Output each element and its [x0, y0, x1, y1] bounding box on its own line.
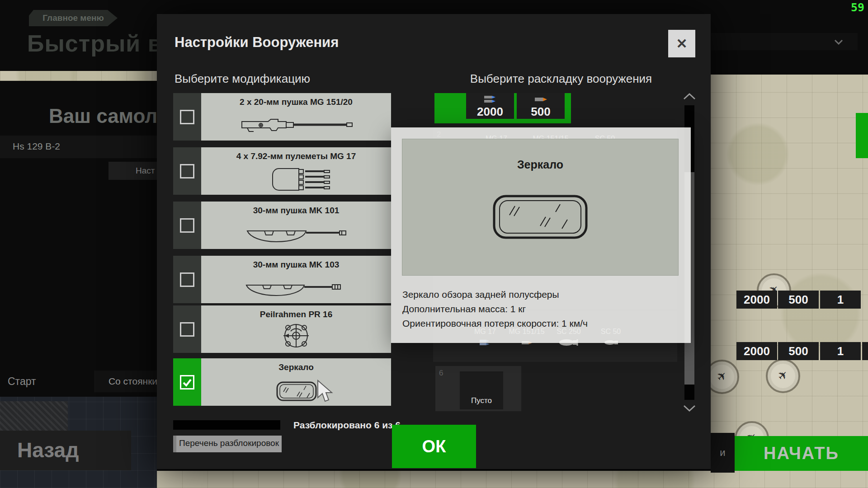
mod-item-body[interactable]: 4 x 7.92-мм пулеметы MG 17	[201, 147, 391, 195]
ammo-count: 500	[778, 342, 819, 360]
settings-button-label: Наст	[136, 166, 155, 176]
cannon-mg151-icon	[228, 114, 364, 138]
mod-item-label: Peilrahmen PR 16	[201, 310, 391, 319]
mg17-quad-icon	[228, 167, 364, 192]
world-map-bottom	[157, 471, 868, 488]
mod-item-label: 30-мм пушка MK 101	[201, 206, 391, 216]
begin-button[interactable]: НАЧАТЬ	[735, 436, 868, 471]
chevron-down-icon	[834, 39, 843, 45]
start-label: Старт	[8, 375, 36, 388]
mod-item-label: 30-мм пушка MK 103	[201, 260, 391, 270]
ammo-count: 500	[778, 291, 819, 309]
breadcrumb[interactable]: Главное меню	[29, 10, 118, 26]
scroll-up-icon[interactable]	[681, 92, 698, 102]
tooltip-description: Зеркало обзора задней полусферы	[402, 289, 559, 300]
ammo-count: 1	[820, 342, 861, 360]
top-right-dropdown[interactable]	[711, 33, 858, 50]
mod-item-mg151-20[interactable]: 2 x 20-мм пушка MG 151/20	[173, 93, 391, 141]
mod-item-mirror[interactable]: Зеркало	[173, 358, 391, 406]
modifications-header: Выберите модификацию	[175, 72, 310, 86]
tooltip-speed-loss: Ориентировочная потеря скорости: 1 км/ч	[402, 318, 588, 329]
checkbox-cell[interactable]	[173, 93, 201, 141]
loadout-cell: 500	[517, 93, 565, 119]
loadout-selected-row[interactable]: 2000 500	[434, 93, 571, 123]
mod-item-body[interactable]: Peilrahmen PR 16	[201, 305, 391, 353]
tooltip-image-panel: Зеркало	[402, 139, 679, 276]
bullet-blue-icon	[483, 95, 497, 103]
ammo-count: 2	[862, 342, 868, 360]
tooltip-mass: Дополнительная масса: 1 кг	[402, 304, 526, 314]
checkbox-cell[interactable]	[173, 305, 201, 353]
ok-button[interactable]: ОК	[392, 425, 476, 468]
screen: Главное меню Быстрый вы Ваш самол Hs 129…	[0, 0, 868, 488]
checkbox-cell[interactable]	[173, 256, 201, 303]
fps-counter: 59	[851, 1, 864, 14]
map-strip-top	[0, 71, 157, 81]
map-green-marker	[856, 113, 868, 158]
cannon-mk101-icon	[228, 225, 364, 246]
checkbox-unchecked[interactable]	[180, 322, 194, 337]
checkbox-checked[interactable]	[180, 375, 194, 389]
close-button[interactable]: ✕	[668, 30, 695, 57]
mod-item-label: 4 x 7.92-мм пулеметы MG 17	[201, 151, 391, 161]
tooltip-title: Зеркало	[402, 158, 678, 171]
aircraft-heading: Ваш самол	[49, 105, 157, 127]
checkbox-unchecked[interactable]	[180, 110, 194, 124]
mirror-large-icon	[491, 193, 589, 240]
mirror-tooltip: Зеркало Зеркало обзора задней полусферы …	[391, 127, 691, 343]
bullet-orange-icon	[534, 95, 547, 103]
mod-item-label: Зеркало	[201, 362, 391, 372]
ammo-count: 1	[820, 291, 861, 309]
checkbox-cell[interactable]	[173, 358, 201, 406]
ammo-count: 2000	[466, 105, 514, 119]
mod-item-body[interactable]: 30-мм пушка MK 101	[201, 202, 391, 249]
checkbox-unchecked[interactable]	[180, 164, 194, 178]
mod-item-mk101[interactable]: 30-мм пушка MK 101	[173, 202, 391, 249]
ammo-count: 500	[517, 105, 565, 119]
loop-antenna-icon	[228, 321, 364, 350]
loadout-row-number: 6	[439, 369, 443, 378]
mod-item-body[interactable]: 2 x 20-мм пушка MG 151/20	[201, 93, 391, 141]
mouse-cursor	[316, 380, 335, 403]
mod-item-mk103[interactable]: 30-мм пушка MK 103	[173, 256, 391, 303]
checkbox-unchecked[interactable]	[180, 218, 194, 233]
back-button-label: Назад	[17, 438, 79, 462]
mod-item-body[interactable]: 30-мм пушка MK 103	[201, 256, 391, 303]
loadout-row-empty[interactable]: 6 Пусто	[435, 366, 521, 411]
ammo-count: 2000	[736, 342, 777, 360]
hidden-button-partial: и	[711, 433, 735, 473]
cannon-mk103-icon	[228, 280, 364, 300]
world-map	[711, 75, 868, 472]
mod-item-pr16[interactable]: Peilrahmen PR 16	[173, 305, 391, 353]
loadout-cell: 2000	[466, 93, 514, 119]
mod-item-body[interactable]: Зеркало	[201, 358, 391, 406]
scroll-down-icon[interactable]	[681, 404, 698, 413]
empty-slot: Пусто	[460, 371, 503, 409]
mirror-icon	[228, 380, 364, 403]
ammo-count: 2000	[736, 291, 777, 309]
unlocked-count: Разблокировано 6 из 6	[293, 420, 401, 431]
unlock-list-button[interactable]: Перечень разблокировок	[173, 436, 282, 452]
checkbox-unchecked[interactable]	[180, 272, 194, 287]
checkbox-cell[interactable]	[173, 202, 201, 249]
loadouts-header: Выберите раскладку вооружения	[434, 72, 688, 86]
checkbox-cell[interactable]	[173, 147, 201, 195]
back-button[interactable]: Назад	[0, 431, 131, 470]
airfield-marker[interactable]	[766, 359, 800, 393]
mod-item-label: 2 x 20-мм пушка MG 151/20	[201, 97, 391, 107]
aircraft-name: Hs 129 B-2	[13, 141, 60, 152]
mod-item-mg17[interactable]: 4 x 7.92-мм пулеметы MG 17	[173, 147, 391, 195]
check-icon	[182, 377, 193, 388]
unlock-progress-bar	[173, 420, 280, 430]
dialog-title: Настройки Вооружения	[175, 34, 339, 51]
